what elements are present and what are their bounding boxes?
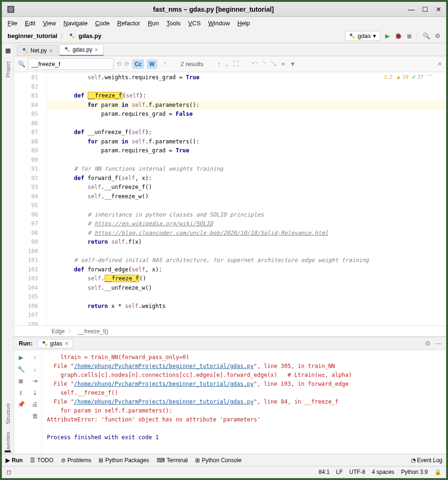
menu-tools[interactable]: Tools <box>167 20 181 27</box>
rerun-button[interactable]: ▶ <box>19 354 23 361</box>
maximize-button[interactable]: ☐ <box>422 6 428 13</box>
svg-rect-4 <box>350 33 352 36</box>
find-input[interactable] <box>28 58 114 70</box>
stop-button: ◼ <box>407 32 412 39</box>
minimize-panel-button[interactable]: — <box>435 340 441 347</box>
code-breadcrumb[interactable]: Edge 〉 __freeze_f() <box>14 325 446 337</box>
left-rail: ▦ Project ▬ <box>2 43 14 454</box>
words-toggle[interactable]: W <box>147 60 157 69</box>
tab-gdas-py[interactable]: gdas.py✕ <box>59 44 104 56</box>
indent[interactable]: 4 spaces <box>372 469 395 475</box>
status-bar: ◻ 84:1 LF UTF-8 4 spaces Python 3.9 🔒 <box>2 466 446 477</box>
minimize-button[interactable]: — <box>408 6 415 13</box>
run-panel: Run: gdas ✕ ⚙ — ▶ 🔧 ◼ ⫿ <box>14 337 446 454</box>
scroll-button[interactable]: ⤓ <box>32 389 38 396</box>
settings-icon[interactable]: ≡ <box>281 60 285 68</box>
run-button[interactable]: ▶ <box>385 32 390 39</box>
stop-button[interactable]: ◼ <box>18 377 23 384</box>
run-tab[interactable]: gdas ✕ <box>38 339 73 348</box>
menu-vcs[interactable]: VCS <box>188 20 201 27</box>
prev-history-icon[interactable]: ⟲ <box>116 60 121 68</box>
filter-icon[interactable]: ▼ <box>289 60 296 68</box>
gutter[interactable]: 8182838485868788899091929394959697989910… <box>14 72 47 325</box>
pin-button[interactable]: 📌 <box>17 401 25 408</box>
menu-navigate[interactable]: Navigate <box>63 20 87 27</box>
prev-match-button[interactable]: ↑ <box>218 60 221 68</box>
ok-icon[interactable]: ✔ 27 <box>412 74 423 80</box>
bottom-tab-problems[interactable]: ⊘ Problems <box>61 457 91 464</box>
menu-edit[interactable]: Edit <box>25 20 35 27</box>
bottom-tab-terminal[interactable]: ⌨ Terminal <box>157 457 188 464</box>
python-icon <box>349 33 356 39</box>
menu-file[interactable]: File <box>8 20 17 27</box>
bottom-tab-python-console[interactable]: ⊞ Python Console <box>195 457 242 464</box>
menu-window[interactable]: Window <box>208 20 230 27</box>
project-icon[interactable]: ▦ <box>5 47 11 54</box>
tab-net-py[interactable]: Net.py✕ <box>17 45 58 56</box>
next-match-button[interactable]: ↓ <box>225 60 228 68</box>
match-case-toggle[interactable]: Cc <box>132 60 144 69</box>
up-button[interactable]: ↑ <box>33 354 37 361</box>
line-separator[interactable]: LF <box>336 469 343 475</box>
find-bar: 🔍 ⟲ ⟳ Cc W .* 2 results ↑ ↓ ⛶ ⁺⸌ ⸌ ⸌ₓ ≡ … <box>14 56 446 72</box>
close-find-button[interactable]: ✕ <box>437 60 442 68</box>
debug-button[interactable]: 🐞 <box>395 32 402 39</box>
search-button[interactable]: 🔍 <box>423 32 430 39</box>
bottom-tab-python-packages[interactable]: ⊞ Python Packages <box>99 457 149 464</box>
code-content[interactable]: self.weights.requires_grad = True def __… <box>47 72 446 325</box>
next-history-icon[interactable]: ⟳ <box>124 60 129 68</box>
menu-bar: FileEditViewNavigateCodeRefactorRunTools… <box>2 17 446 29</box>
project-tab[interactable]: Project <box>5 59 11 80</box>
down-button[interactable]: ↓ <box>33 366 37 373</box>
svg-rect-10 <box>42 341 45 343</box>
run-config-selector[interactable]: gdas ▾ <box>345 31 380 41</box>
bottom-tab-run[interactable]: ▶ Run <box>6 457 23 464</box>
inspections[interactable]: ⚠ 2 ▲ 19 ✔ 27 ˆ ˇ <box>383 74 432 80</box>
run-label: Run: <box>19 340 33 347</box>
favorites-tab[interactable]: Favorites <box>5 429 11 456</box>
app-icon <box>7 5 15 14</box>
python-icon <box>69 33 76 39</box>
svg-rect-3 <box>72 36 75 38</box>
breadcrumb[interactable]: beginner_tutorial 〉 gdas.py <box>8 32 101 40</box>
svg-rect-7 <box>25 51 28 53</box>
menu-help[interactable]: Help <box>237 20 250 27</box>
exclude-button[interactable]: ⸌ₓ <box>271 60 277 68</box>
lock-icon[interactable]: 🔒 <box>434 469 441 475</box>
interpreter[interactable]: Python 3.9 <box>401 469 428 475</box>
menu-code[interactable]: Code <box>95 20 110 27</box>
structure-tab[interactable]: Structure <box>5 400 11 427</box>
window-title: fast_nms – gdas.py [beginner_tutorial] <box>19 6 408 13</box>
chevron-icon[interactable]: ˆ ˇ <box>427 74 432 80</box>
layout-icon[interactable]: ⫿ <box>19 389 23 396</box>
wrench-icon[interactable]: 🔧 <box>17 366 25 373</box>
menu-view[interactable]: View <box>43 20 56 27</box>
settings-button[interactable]: ⚙ <box>435 32 440 39</box>
nav-bar: beginner_tutorial 〉 gdas.py gdas ▾ ▶ 🐞 ◼… <box>2 29 446 43</box>
status-icon[interactable]: ◻ <box>7 469 11 475</box>
bottom-tab-todo[interactable]: ☰ TODO <box>30 457 53 464</box>
event-log-button[interactable]: ◔ Event Log <box>411 457 442 464</box>
warning-icon[interactable]: ⚠ 2 <box>383 74 392 80</box>
cursor-position[interactable]: 84:1 <box>319 469 329 475</box>
menu-run[interactable]: Run <box>148 20 159 27</box>
add-selection-button[interactable]: ⁺⸌ <box>251 60 258 68</box>
select-all-button[interactable]: ⛶ <box>233 60 239 68</box>
close-button[interactable]: ✕ <box>436 6 441 13</box>
soft-wrap-button[interactable]: ⇥ <box>32 377 38 384</box>
run-output[interactable]: ltrain = train_NN(forward_pass_only=0) F… <box>42 350 446 454</box>
print-button[interactable]: 🖨 <box>32 401 38 408</box>
svg-rect-1 <box>8 7 14 12</box>
weak-warning-icon[interactable]: ▲ 19 <box>396 74 408 80</box>
trash-button[interactable]: 🗑 <box>32 412 38 420</box>
replace-button[interactable]: ⸌ <box>263 60 266 68</box>
regex-toggle[interactable]: .* <box>160 60 168 69</box>
search-icon: 🔍 <box>18 60 25 68</box>
breadcrumb-file[interactable]: gdas.py <box>78 32 101 39</box>
code-area[interactable]: 8182838485868788899091929394959697989910… <box>14 72 446 325</box>
menu-refactor[interactable]: Refactor <box>117 20 140 27</box>
encoding[interactable]: UTF-8 <box>349 469 365 475</box>
breadcrumb-project[interactable]: beginner_tutorial <box>8 32 57 39</box>
settings-icon[interactable]: ⚙ <box>425 340 431 347</box>
svg-rect-5 <box>352 36 355 38</box>
